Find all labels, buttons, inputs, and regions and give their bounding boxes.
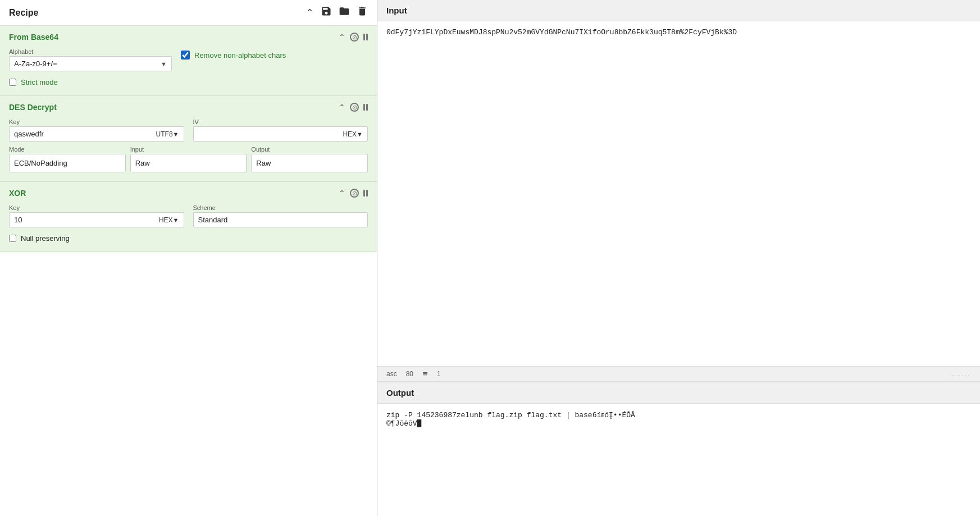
alphabet-field: Alphabet ▼ — [9, 48, 172, 71]
input-title: Input — [386, 6, 407, 15]
from-base64-controls: ⌃ ⊘ — [339, 33, 368, 42]
output-title: Output — [386, 388, 414, 398]
input-asc-label: asc — [386, 370, 397, 378]
delete-icon[interactable] — [357, 6, 368, 20]
xor-scheme-label: Scheme — [193, 204, 368, 211]
null-preserving-row: Null preserving — [9, 234, 368, 243]
xor-block: XOR ⌃ ⊘ Key HEX ▼ — [0, 182, 377, 252]
from-base64-pause-icon[interactable] — [363, 34, 368, 40]
des-key-encoding[interactable]: UTF8 — [156, 130, 173, 138]
output-section: Output zip -P 145236987zelunb flag.zip f… — [377, 381, 980, 516]
xor-chevron-up[interactable]: ⌃ — [339, 189, 345, 198]
des-key-input[interactable] — [14, 130, 156, 138]
recipe-header-icons: ⌃ — [306, 6, 368, 20]
input-lines-value: 1 — [437, 370, 441, 378]
remove-nonalphabet-row: Remove non-alphabet chars — [181, 51, 286, 60]
des-decrypt-chevron-up[interactable]: ⌃ — [339, 103, 345, 112]
output-content[interactable]: zip -P 145236987zelunb flag.zip flag.txt… — [377, 404, 980, 516]
des-iv-encoding-arrow[interactable]: ▼ — [357, 131, 363, 138]
des-mode-group: Mode ECB/NoPadding — [9, 146, 126, 172]
xor-title: XOR — [9, 189, 26, 198]
alphabet-input-wrapper: ▼ — [9, 56, 172, 71]
des-iv-wrapper: HEX ▼ — [193, 126, 368, 141]
des-iv-group: IV HEX ▼ — [193, 118, 368, 141]
xor-controls: ⌃ ⊘ — [339, 189, 368, 198]
xor-key-label: Key — [9, 204, 184, 211]
input-lines-icon: ≣ — [422, 370, 428, 378]
alphabet-dropdown-arrow[interactable]: ▼ — [161, 61, 167, 67]
des-input-value: Raw — [135, 159, 150, 167]
xor-key-encoding[interactable]: HEX — [159, 216, 173, 224]
remove-nonalphabet-label: Remove non-alphabet chars — [194, 51, 286, 60]
xor-pause-icon[interactable] — [363, 190, 368, 197]
des-key-group: Key UTF8 ▼ — [9, 118, 184, 141]
from-base64-block: From Base64 ⌃ ⊘ Alphabet ▼ — [0, 26, 377, 96]
input-asc-value: 80 — [406, 370, 413, 378]
des-key-iv-row: Key UTF8 ▼ IV HEX ▼ — [9, 118, 368, 141]
input-header: Input — [377, 0, 980, 21]
folder-icon[interactable] — [339, 6, 350, 20]
from-base64-header: From Base64 ⌃ ⊘ — [9, 33, 368, 42]
xor-key-group: Key HEX ▼ — [9, 204, 184, 227]
strict-mode-label: Strict mode — [21, 78, 58, 86]
des-input-group: Input Raw — [130, 146, 247, 172]
des-decrypt-pause-icon[interactable] — [363, 104, 368, 111]
alphabet-input[interactable] — [14, 60, 161, 68]
input-divider-dots: ……… — [949, 371, 971, 377]
xor-scheme-wrapper — [193, 212, 368, 227]
from-base64-title: From Base64 — [9, 33, 58, 42]
xor-key-encoding-arrow[interactable]: ▼ — [173, 217, 179, 223]
des-output-value: Raw — [256, 159, 271, 167]
null-preserving-checkbox[interactable] — [9, 235, 16, 242]
left-panel: Recipe ⌃ From Base64 ⌃ ⊘ — [0, 0, 377, 516]
xor-disable-icon[interactable]: ⊘ — [350, 189, 359, 198]
des-key-label: Key — [9, 118, 184, 125]
des-mode-select[interactable]: ECB/NoPadding — [9, 154, 126, 172]
output-header: Output — [377, 382, 980, 404]
xor-key-wrapper: HEX ▼ — [9, 212, 184, 227]
des-mode-value: ECB/NoPadding — [14, 159, 67, 167]
strict-mode-row: Strict mode — [9, 78, 368, 86]
from-base64-chevron-up[interactable]: ⌃ — [339, 33, 345, 42]
alphabet-row: Alphabet ▼ Remove non-alphabet chars — [9, 48, 368, 71]
input-content[interactable]: 0dFy7jYz1FLYpDxEuwsMDJ8spPNu2v52mGVYdGNP… — [377, 21, 980, 366]
des-output-label: Output — [251, 146, 368, 153]
des-iv-encoding[interactable]: HEX — [343, 130, 357, 138]
des-decrypt-controls: ⌃ ⊘ — [339, 103, 368, 112]
save-icon[interactable] — [321, 6, 332, 20]
xor-scheme-group: Scheme — [193, 204, 368, 227]
des-iv-input[interactable] — [198, 130, 343, 138]
des-input-label: Input — [130, 146, 247, 153]
right-panel: Input 0dFy7jYz1FLYpDxEuwsMDJ8spPNu2v52mG… — [377, 0, 980, 516]
chevron-up-icon[interactable]: ⌃ — [306, 7, 314, 19]
recipe-header: Recipe ⌃ — [0, 0, 377, 26]
alphabet-label: Alphabet — [9, 48, 172, 55]
recipe-title: Recipe — [9, 8, 38, 18]
xor-key-scheme-row: Key HEX ▼ Scheme — [9, 204, 368, 227]
input-section: Input 0dFy7jYz1FLYpDxEuwsMDJ8spPNu2v52mG… — [377, 0, 980, 381]
des-decrypt-block: DES Decrypt ⌃ ⊘ Key UTF8 ▼ — [0, 96, 377, 182]
recipe-bottom-empty — [0, 252, 377, 516]
des-mode-label: Mode — [9, 146, 126, 153]
xor-header: XOR ⌃ ⊘ — [9, 189, 368, 198]
remove-nonalphabet-checkbox[interactable] — [181, 51, 190, 60]
des-key-wrapper: UTF8 ▼ — [9, 126, 184, 141]
des-iv-label: IV — [193, 118, 368, 125]
des-key-encoding-arrow[interactable]: ▼ — [173, 131, 179, 138]
des-decrypt-title: DES Decrypt — [9, 103, 57, 112]
des-decrypt-disable-icon[interactable]: ⊘ — [350, 103, 359, 112]
xor-key-input[interactable] — [14, 216, 159, 224]
des-input-select[interactable]: Raw — [130, 154, 247, 172]
des-output-group: Output Raw — [251, 146, 368, 172]
des-mode-row: Mode ECB/NoPadding Input Raw Output Raw — [9, 146, 368, 172]
des-output-select[interactable]: Raw — [251, 154, 368, 172]
null-preserving-label: Null preserving — [21, 234, 70, 243]
from-base64-disable-icon[interactable]: ⊘ — [350, 33, 359, 42]
input-footer: asc 80 ≣ 1 ……… — [377, 366, 980, 381]
des-decrypt-header: DES Decrypt ⌃ ⊘ — [9, 103, 368, 112]
xor-scheme-input[interactable] — [198, 216, 363, 224]
strict-mode-checkbox[interactable] — [9, 79, 16, 86]
remove-nonalphabet-wrapper: Remove non-alphabet chars — [181, 48, 286, 62]
